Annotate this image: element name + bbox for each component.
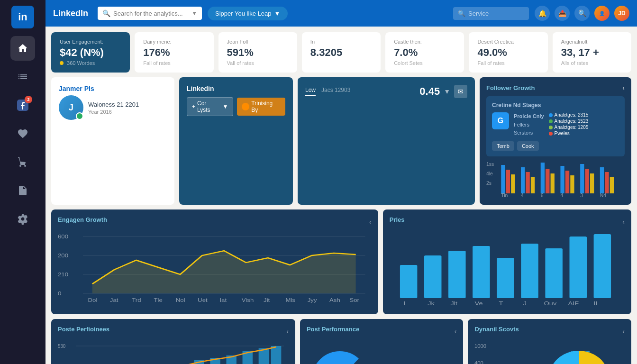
stage-btn2[interactable]: Cook bbox=[517, 141, 539, 151]
svg-text:Iat: Iat bbox=[219, 297, 227, 302]
post-perf-chart-area: 530 300 0 bbox=[58, 341, 289, 364]
stat-jean-sub: Vall of rates bbox=[227, 60, 289, 66]
app-logo[interactable]: in bbox=[11, 6, 34, 28]
stats-tab-low[interactable]: Low bbox=[305, 87, 316, 96]
stat-dairy-sub: Fall of rates bbox=[143, 60, 205, 66]
stat-desert-sub: Fall of rates bbox=[477, 60, 539, 66]
settings-icon bbox=[17, 213, 28, 225]
analytics-icon bbox=[17, 71, 28, 82]
stat-jean-title: Jean Foll bbox=[227, 39, 289, 45]
svg-rect-17 bbox=[585, 169, 589, 193]
profile-fullname: Waloness 21 2201 bbox=[88, 101, 139, 108]
email-icon-btn[interactable]: ✉ bbox=[454, 85, 467, 98]
sidebar-item-analytics[interactable] bbox=[10, 64, 35, 89]
cor-lysts-label: Cor Lysts bbox=[197, 100, 221, 113]
profile-since: Year 2016 bbox=[88, 109, 139, 115]
logo-text: in bbox=[18, 11, 27, 23]
svg-text:530: 530 bbox=[58, 344, 66, 349]
stat-argen-value: 33, 17 + bbox=[561, 46, 623, 59]
stat-in-title: In bbox=[310, 39, 372, 45]
profile-name: Janmer Pls bbox=[59, 85, 167, 92]
stage-line2: Scrstors bbox=[514, 129, 544, 137]
svg-text:T: T bbox=[499, 301, 503, 306]
bell-icon: 🔔 bbox=[538, 9, 546, 17]
stats-row: User Engagement: $42 (N%) 360 Wordes Dai… bbox=[51, 32, 631, 73]
stats-mini-tabs: Low Jacs 12903 bbox=[305, 87, 350, 96]
dynamic-expand[interactable]: ‹ bbox=[622, 328, 625, 335]
stat-jean-value: 591% bbox=[227, 46, 289, 59]
svg-marker-36 bbox=[92, 251, 356, 293]
user-avatar[interactable]: 👤 bbox=[594, 6, 610, 21]
dynamic-scovts-title: Dynanil Scovts bbox=[474, 326, 519, 333]
trinising-icon bbox=[242, 103, 249, 110]
post-perf-svg: 530 300 0 bbox=[58, 341, 289, 364]
search-btn[interactable]: 🔍 bbox=[574, 6, 590, 21]
stat-ue-value: $42 (N%) bbox=[60, 46, 121, 59]
sidebar-item-facebook[interactable]: 2 bbox=[10, 93, 35, 118]
stats-tab-jacs[interactable]: Jacs 12903 bbox=[321, 87, 350, 96]
stat-user-engagement: User Engagement: $42 (N%) 360 Wordes bbox=[51, 32, 130, 73]
post-perf-expand[interactable]: ‹ bbox=[286, 328, 289, 335]
legend-item-1: Analctges: 1523 bbox=[549, 118, 589, 124]
svg-text:1ss: 1ss bbox=[486, 162, 494, 167]
svg-rect-9 bbox=[531, 177, 535, 193]
stat-dot bbox=[60, 61, 64, 65]
svg-text:Uet: Uet bbox=[198, 297, 208, 302]
sipper-chevron: ▼ bbox=[274, 10, 281, 17]
dashboard: User Engagement: $42 (N%) 360 Wordes Dai… bbox=[46, 27, 637, 364]
stat-castle-value: 7.0% bbox=[394, 46, 455, 59]
brand-name: LinkedIn bbox=[53, 9, 88, 18]
follower-expand[interactable]: ‹ bbox=[622, 84, 625, 91]
sidebar-item-home[interactable] bbox=[10, 36, 35, 61]
svg-rect-7 bbox=[521, 167, 525, 193]
main-search-box[interactable]: 🔍 ▼ bbox=[98, 7, 202, 20]
stage-line1: Fellers bbox=[514, 121, 544, 129]
legend-item-3: Pweles bbox=[549, 131, 589, 136]
follower-growth-card: Follower Growth ‹ Cretine Nd Stages G Pr… bbox=[480, 77, 631, 205]
prles-expand-icon[interactable]: ‹ bbox=[622, 218, 625, 226]
main-search-icon: 🔍 bbox=[102, 9, 110, 17]
notifications-btn[interactable]: 🔔 bbox=[535, 6, 550, 21]
svg-rect-86 bbox=[271, 346, 281, 364]
linkedin-card-title: Linkedin bbox=[187, 85, 285, 92]
svg-text:4: 4 bbox=[521, 193, 524, 198]
stage-profile-title: Prolcle Cnly bbox=[514, 112, 544, 121]
cor-lysts-btn[interactable]: + Cor Lysts ▼ bbox=[187, 97, 233, 116]
svg-rect-19 bbox=[600, 167, 604, 193]
sidebar-item-settings[interactable] bbox=[10, 207, 35, 231]
svg-text:0: 0 bbox=[58, 291, 62, 296]
post-performance-title: Post Performance bbox=[307, 326, 359, 333]
search-dropdown-icon[interactable]: ▼ bbox=[191, 10, 197, 17]
sidebar-item-shopping[interactable] bbox=[10, 150, 35, 174]
trinising-btn[interactable]: Trinising By bbox=[237, 98, 285, 116]
stat-castle: Castle then: 7.0% Colort Setes bbox=[385, 32, 464, 73]
linkedin-card: Linkedin + Cor Lysts ▼ Trinising By bbox=[179, 77, 293, 205]
donut-svg bbox=[307, 346, 373, 364]
svg-rect-4 bbox=[501, 165, 505, 193]
share-btn[interactable]: 📤 bbox=[555, 6, 570, 21]
engagement-expand-icon[interactable]: ‹ bbox=[369, 218, 372, 226]
dynamic-svg: 1000 400 200 100 0 bbox=[474, 341, 625, 364]
stats-expand-icon[interactable]: ▼ bbox=[444, 88, 450, 95]
sipper-dropdown[interactable]: Sipper You like Leap ▼ bbox=[208, 7, 288, 20]
main-search-input[interactable] bbox=[113, 10, 189, 17]
svg-rect-52 bbox=[448, 251, 465, 298]
sidebar-item-heart[interactable] bbox=[10, 121, 35, 146]
user-avatar2[interactable]: JD bbox=[614, 6, 629, 21]
service-search-box[interactable]: 🔍 bbox=[453, 7, 529, 20]
stat-castle-sub: Colort Setes bbox=[394, 60, 455, 66]
svg-text:210: 210 bbox=[58, 272, 69, 277]
prles-chart-card: Prles ‹ bbox=[383, 209, 631, 314]
svg-rect-15 bbox=[570, 175, 574, 193]
svg-rect-55 bbox=[521, 244, 538, 298]
avatar-photo: 👤 bbox=[599, 11, 605, 16]
sidebar-item-docs[interactable] bbox=[10, 178, 35, 203]
svg-text:Jat: Jat bbox=[110, 297, 118, 302]
engagement-chart-area: 600 200 210 0 Dol Jat Trd Tle Nol bbox=[58, 232, 372, 308]
service-search-input[interactable] bbox=[468, 10, 524, 17]
cor-chevron: ▼ bbox=[223, 103, 228, 110]
stat-desert-title: Desert Creetica bbox=[477, 39, 539, 45]
stage-btn1[interactable]: Temb bbox=[492, 141, 514, 151]
post-perf2-expand[interactable]: ‹ bbox=[455, 328, 457, 335]
engagement-svg: 600 200 210 0 Dol Jat Trd Tle Nol bbox=[58, 232, 372, 308]
